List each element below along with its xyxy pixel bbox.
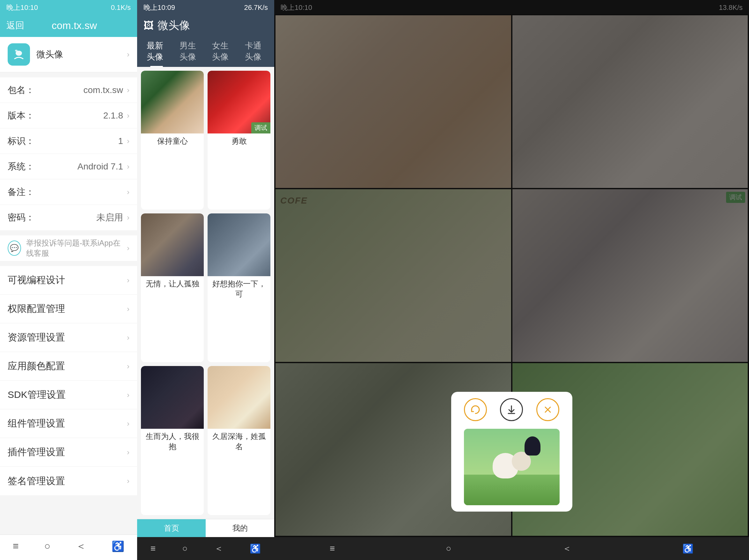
panel2-tab-2[interactable]: 女生头像	[206, 37, 238, 67]
complaint-text: 举报投诉等问题-联系iApp在线客服	[26, 238, 127, 258]
popup-overlay	[274, 0, 749, 537]
menu-item-chevron-1: ›	[127, 305, 129, 313]
app-icon-row[interactable]: 微头像 ›	[0, 37, 137, 72]
panel2-network: 26.7K/s	[244, 3, 268, 12]
complaint-row[interactable]: 💬 举报投诉等问题-联系iApp在线客服 ›	[0, 236, 137, 261]
menu-group: 可视编程设计›权限配置管理›资源管理设置›应用颜色配置›SDK管理设置›组件管理…	[0, 266, 137, 495]
panel2-nav-accessibility-icon[interactable]: ♿	[250, 543, 261, 554]
panel3-nav-menu-icon[interactable]: ≡	[330, 543, 335, 554]
popup-refresh-button[interactable]	[464, 398, 487, 421]
panel1-nav-menu-icon[interactable]: ≡	[13, 540, 19, 552]
grid-item-1[interactable]: 保持童心	[141, 71, 204, 209]
popup-image	[464, 429, 560, 505]
panel2-tab-1[interactable]: 男生头像	[173, 37, 206, 67]
bottom-tab-1[interactable]: 我的	[206, 519, 274, 537]
package-chevron: ›	[127, 86, 129, 95]
menu-item-label-0: 可视编程设计	[8, 274, 127, 287]
tag-label: 标识：	[8, 135, 35, 147]
menu-item-7[interactable]: 签名管理设置›	[0, 467, 137, 495]
menu-item-chevron-7: ›	[127, 476, 129, 486]
panel1-nav-home-icon[interactable]: ○	[44, 540, 50, 552]
system-label: 系统：	[8, 160, 35, 173]
grid-item-caption-4: 好想抱你一下，可	[208, 276, 271, 302]
panel2-title: 微头像	[157, 18, 190, 33]
password-chevron: ›	[127, 213, 129, 222]
panel1-network: 0.1K/s	[111, 3, 131, 12]
app-icon	[8, 43, 30, 66]
grid-item-2[interactable]: 调试勇敢	[208, 71, 271, 209]
grid-item-6[interactable]: 久居深海，姓孤名	[208, 366, 271, 515]
menu-item-chevron-2: ›	[127, 333, 129, 342]
menu-item-label-6: 插件管理设置	[8, 446, 127, 459]
panel3-image-grid: 晚上10:10 13.8K/s COFE调试	[274, 0, 749, 560]
back-button[interactable]: 返回	[6, 19, 24, 31]
grid-item-5[interactable]: 生而为人，我很抱	[141, 366, 204, 515]
menu-item-label-4: SDK管理设置	[8, 388, 127, 401]
panel3-nav-back-icon[interactable]: ＜	[562, 542, 571, 555]
panel2-bottom-nav: ≡ ○ ＜ ♿	[137, 537, 274, 560]
menu-item-6[interactable]: 插件管理设置›	[0, 438, 137, 467]
grid-item-4[interactable]: 好想抱你一下，可	[208, 214, 271, 362]
complaint-icon: 💬	[8, 241, 21, 256]
password-item[interactable]: 密码： 未启用 ›	[0, 205, 137, 230]
panel1-nav-back-icon[interactable]: ＜	[76, 539, 86, 553]
panel2-tab-0[interactable]: 最新头像	[140, 37, 173, 67]
panel1-time: 晚上10:10	[6, 3, 38, 13]
system-item[interactable]: 系统： Android 7.1 ›	[0, 154, 137, 179]
version-value: 2.1.8	[35, 111, 123, 121]
complaint-chevron: ›	[127, 244, 129, 253]
panel2-header-icon: 🖼	[144, 20, 154, 31]
svg-point-1	[15, 50, 18, 52]
menu-item-5[interactable]: 组件管理设置›	[0, 409, 137, 438]
panel2-time: 晚上10:09	[144, 3, 175, 13]
menu-item-label-2: 资源管理设置	[8, 331, 127, 344]
system-value: Android 7.1	[35, 161, 123, 172]
password-value: 未启用	[35, 211, 123, 224]
package-label: 包名：	[8, 84, 35, 96]
password-label: 密码：	[8, 211, 35, 224]
panel1-bottom-nav: ≡ ○ ＜ ♿	[0, 535, 137, 560]
menu-item-1[interactable]: 权限配置管理›	[0, 295, 137, 323]
menu-item-label-3: 应用颜色配置	[8, 360, 127, 373]
version-chevron: ›	[127, 111, 129, 120]
panel2-bottom-tabs: 首页我的	[137, 519, 274, 537]
panel2-avatars: 晚上10:09 26.7K/s 🖼 微头像 最新头像男生头像女生头像卡通头像 保…	[137, 0, 274, 560]
package-item[interactable]: 包名： com.tx.sw ›	[0, 77, 137, 103]
package-value: com.tx.sw	[35, 85, 123, 95]
version-item[interactable]: 版本： 2.1.8 ›	[0, 103, 137, 128]
panel2-status-bar: 晚上10:09 26.7K/s	[137, 0, 274, 14]
panel3-nav-accessibility-icon[interactable]: ♿	[682, 543, 693, 554]
note-item[interactable]: 备注： ›	[0, 179, 137, 205]
panel1-nav-accessibility-icon[interactable]: ♿	[112, 540, 124, 552]
menu-item-chevron-4: ›	[127, 390, 129, 400]
menu-item-label-5: 组件管理设置	[8, 417, 127, 430]
bottom-tab-0[interactable]: 首页	[137, 519, 206, 537]
menu-item-label-7: 签名管理设置	[8, 475, 127, 488]
panel3-nav-home-icon[interactable]: ○	[446, 543, 451, 554]
panel1-status-bar: 晚上10:10 0.1K/s	[0, 0, 137, 14]
menu-item-3[interactable]: 应用颜色配置›	[0, 352, 137, 381]
menu-item-2[interactable]: 资源管理设置›	[0, 323, 137, 352]
panel2-nav-back-icon[interactable]: ＜	[214, 542, 223, 555]
grid-item-3[interactable]: 无情，让人孤独	[141, 214, 204, 362]
panel1-header: 返回 com.tx.sw	[0, 14, 137, 37]
panel1-settings: 晚上10:10 0.1K/s 返回 com.tx.sw 微头像 › 包名： co…	[0, 0, 137, 560]
tag-item[interactable]: 标识： 1 ›	[0, 128, 137, 154]
menu-item-4[interactable]: SDK管理设置›	[0, 381, 137, 409]
popup-actions	[457, 398, 566, 424]
menu-item-chevron-6: ›	[127, 448, 129, 457]
popup-close-button[interactable]	[536, 398, 559, 421]
panel2-nav-home-icon[interactable]: ○	[182, 543, 188, 554]
panel2-nav-menu-icon[interactable]: ≡	[150, 543, 156, 554]
note-label: 备注：	[8, 186, 35, 198]
grid-item-caption-2: 勇敢	[208, 133, 271, 149]
panel2-tab-3[interactable]: 卡通头像	[238, 37, 271, 67]
tag-value: 1	[35, 136, 123, 146]
app-icon-chevron: ›	[127, 50, 129, 59]
debug-badge-2: 调试	[251, 122, 271, 133]
panel1-title: com.tx.sw	[30, 20, 118, 31]
menu-item-0[interactable]: 可视编程设计›	[0, 266, 137, 295]
popup-download-button[interactable]	[500, 398, 523, 421]
menu-item-chevron-5: ›	[127, 419, 129, 428]
menu-item-label-1: 权限配置管理	[8, 302, 127, 315]
